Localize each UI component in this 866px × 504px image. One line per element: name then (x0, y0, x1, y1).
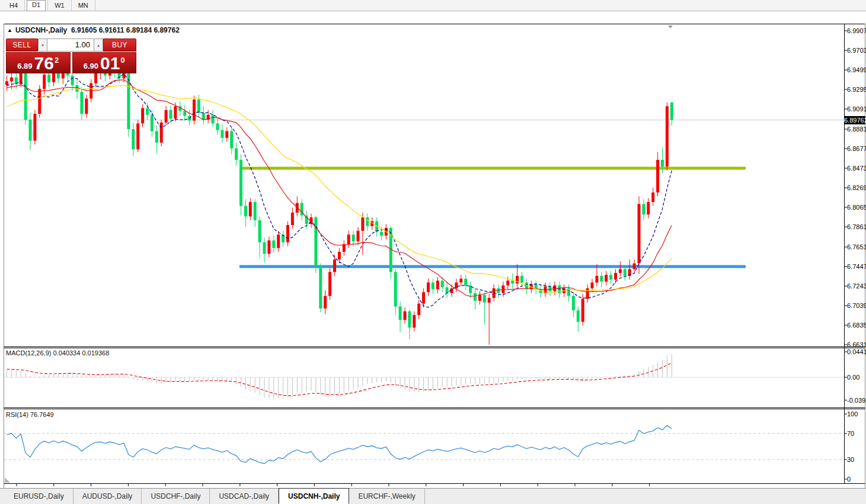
volume-decrease-button[interactable]: ▾ (38, 38, 47, 52)
buy-price-base: 6.90 (84, 62, 98, 70)
chart-tab-usdcad-daily[interactable]: USDCAD-,Daily (210, 489, 279, 504)
chevron-up-icon: ▴ (97, 43, 100, 48)
timeframe-button-h4[interactable]: H4 (5, 1, 23, 11)
resize-grip-icon (5, 477, 10, 483)
trading-terminal: H4D1W1MN ▲USDCNH-,Daily 6.91605 6.91611 … (0, 0, 866, 504)
toolbar-separator (24, 0, 25, 11)
volume-input[interactable]: 1.00 (47, 38, 94, 52)
sell-price-base: 6.89 (17, 62, 32, 70)
buy-price-point: 0 (120, 56, 124, 65)
timeframe-button-d1[interactable]: D1 (27, 0, 46, 11)
buy-price-pips: 01 (100, 55, 120, 72)
chart-tab-usdcnh-daily[interactable]: USDCNH-,Daily (279, 488, 349, 504)
toolbar-separator (47, 0, 48, 11)
chart-tab-bar: EURUSD-,DailyAUDUSD-,DailyUSDCHF-,DailyU… (0, 488, 866, 504)
chart-tab-audusd-daily[interactable]: AUDUSD-,Daily (74, 489, 142, 504)
sell-price[interactable]: 6.89 76 2 (6, 52, 71, 73)
timeframe-button-w1[interactable]: W1 (50, 1, 69, 11)
timeframe-toolbar: H4D1W1MN (0, 0, 866, 11)
chart-canvas[interactable] (0, 11, 866, 504)
chart-tab-eurchf-weekly[interactable]: EURCHF-,Weekly (349, 489, 424, 504)
buy-price[interactable]: 6.90 01 0 (72, 52, 137, 73)
chart-tab-eurusd-daily[interactable]: EURUSD-,Daily (5, 489, 74, 504)
timeframe-button-mn[interactable]: MN (74, 1, 93, 11)
sell-price-point: 2 (55, 56, 59, 65)
chart-window: ▲USDCNH-,Daily 6.91605 6.91611 6.89184 6… (0, 11, 866, 488)
scroll-end-marker-icon (668, 25, 673, 28)
toolbar-separator (71, 0, 72, 11)
volume-increase-button[interactable]: ▴ (94, 38, 103, 52)
toolbar-separator (95, 0, 95, 11)
one-click-trading-panel: SELL ▾ 1.00 ▴ BUY 6.89 76 2 6.90 01 (6, 38, 136, 73)
buy-button[interactable]: BUY (103, 38, 136, 52)
sell-price-pips: 76 (34, 55, 54, 72)
chevron-down-icon: ▾ (41, 43, 44, 48)
sell-button[interactable]: SELL (6, 38, 38, 52)
chart-tab-usdchf-daily[interactable]: USDCHF-,Daily (142, 489, 210, 504)
